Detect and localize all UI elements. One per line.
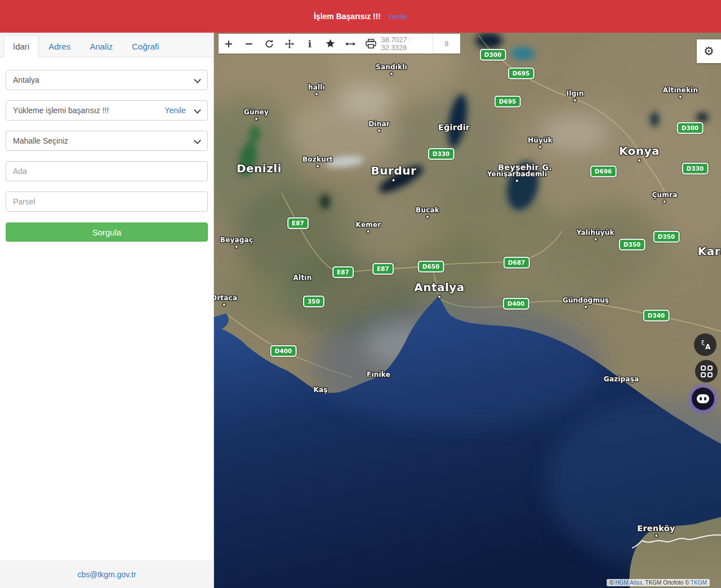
query-button[interactable]: Sorgula bbox=[6, 222, 208, 242]
print-button[interactable] bbox=[360, 34, 381, 54]
map-toolbar: i 38.7027 : 32.3328 8 bbox=[219, 34, 460, 54]
info-button[interactable]: i bbox=[300, 34, 320, 54]
district-refresh-link[interactable]: Yenile bbox=[164, 106, 190, 115]
refresh-icon bbox=[264, 39, 274, 49]
refresh-button[interactable] bbox=[259, 34, 279, 54]
parcel-query-form: Antalya Yükleme işlemi başarısız !!! Yen… bbox=[0, 70, 213, 242]
zoom-level-display: 8 bbox=[433, 34, 460, 54]
apps-grid-button[interactable] bbox=[695, 360, 718, 382]
svg-text:ξ: ξ bbox=[701, 339, 705, 346]
tab-label: Adres bbox=[48, 42, 70, 51]
assistant-eyes-icon bbox=[697, 394, 709, 403]
tab-label: İdari bbox=[13, 42, 29, 51]
pan-button[interactable] bbox=[279, 34, 300, 54]
neighborhood-select-value: Mahalle Seçiniz bbox=[13, 136, 68, 145]
tkgm-link[interactable]: TKGM bbox=[691, 580, 707, 586]
parsel-input[interactable] bbox=[6, 191, 208, 212]
hgm-atlas-link[interactable]: HGM Atlas bbox=[615, 580, 642, 586]
alert-banner: İşlem Başarısız !!! Yenile bbox=[0, 0, 721, 33]
translate-button[interactable]: ξ A bbox=[694, 333, 716, 356]
district-select-value: Yükleme işlemi başarısız !!! bbox=[13, 106, 109, 115]
star-icon bbox=[325, 38, 336, 49]
alert-refresh-link[interactable]: Yenile bbox=[388, 12, 407, 21]
district-select[interactable]: Yükleme işlemi başarısız !!! Yenile bbox=[6, 100, 208, 121]
minus-icon bbox=[244, 39, 254, 49]
map-container: Sandıklı hallı Güney Dinar Eğirdir Ilgın… bbox=[214, 33, 721, 588]
chevron-down-icon bbox=[194, 76, 201, 83]
info-icon: i bbox=[308, 38, 311, 50]
chevron-down-icon bbox=[194, 106, 201, 114]
favorites-button[interactable] bbox=[320, 34, 340, 54]
svg-text:A: A bbox=[705, 343, 711, 351]
ada-input[interactable] bbox=[6, 161, 208, 181]
neighborhood-select[interactable]: Mahalle Seçiniz bbox=[6, 131, 208, 151]
settings-button[interactable]: ⚙ bbox=[697, 39, 721, 63]
plus-icon bbox=[224, 39, 234, 49]
sidebar-tabs: İdariAdresAnalizCoğrafi bbox=[0, 33, 213, 57]
double-arrow-icon bbox=[345, 40, 356, 48]
zoom-in-button[interactable] bbox=[219, 34, 239, 54]
printer-icon bbox=[366, 39, 376, 48]
tab-analiz[interactable]: Analiz bbox=[80, 35, 122, 57]
measure-button[interactable] bbox=[340, 34, 360, 54]
tab-label: Analiz bbox=[90, 42, 113, 51]
province-select[interactable]: Antalya bbox=[6, 70, 208, 90]
map-attribution: © HGM Atlas, TKGM Ortofoto © TKGM bbox=[607, 579, 710, 586]
query-sidebar: İdariAdresAnalizCoğrafi Antalya Yükleme … bbox=[0, 33, 214, 588]
tab-adres[interactable]: Adres bbox=[39, 35, 80, 57]
move-icon bbox=[284, 39, 295, 49]
grid-icon bbox=[701, 366, 713, 377]
translate-icon: ξ A bbox=[697, 337, 713, 353]
tab-label: Coğrafi bbox=[132, 42, 159, 51]
assistant-button[interactable] bbox=[692, 387, 714, 410]
alert-message: İşlem Başarısız !!! bbox=[314, 12, 381, 21]
satellite-map[interactable] bbox=[214, 33, 721, 588]
tab-idari[interactable]: İdari bbox=[3, 35, 39, 57]
contact-email-link[interactable]: cbs@tkgm.gov.tr bbox=[77, 570, 136, 579]
coordinate-display: 38.7027 : 32.3328 bbox=[381, 34, 433, 54]
chevron-down-icon bbox=[194, 137, 201, 144]
zoom-out-button[interactable] bbox=[239, 34, 259, 54]
tab-cografi[interactable]: Coğrafi bbox=[122, 35, 168, 57]
province-select-value: Antalya bbox=[13, 75, 39, 84]
gear-icon: ⚙ bbox=[704, 44, 714, 58]
sidebar-footer: cbs@tkgm.gov.tr bbox=[0, 560, 213, 588]
